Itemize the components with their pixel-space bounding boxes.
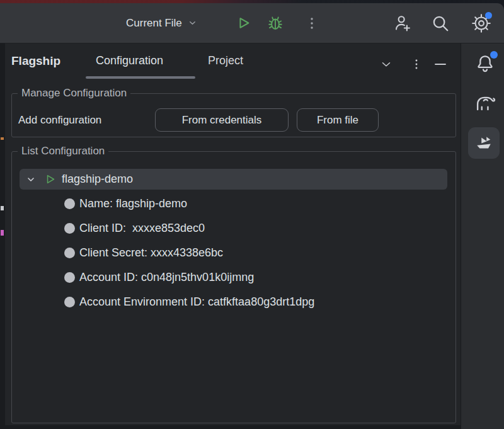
add-configuration-label: Add configuration [18,108,101,132]
settings-update-badge [485,12,492,19]
bullet-icon [64,297,75,307]
expand-chevron-icon[interactable] [26,174,36,185]
active-tab-underline [86,76,195,79]
chevron-down-icon [188,18,197,28]
tab-project[interactable]: Project [208,54,243,67]
editor-sliver-pink-mark [1,230,4,236]
editor-sliver-orange-mark [1,137,4,140]
bullet-icon [64,248,75,258]
tree-leaf-account-environment-id[interactable]: Account Environment ID: catfkftaa80g3drt… [64,290,314,314]
right-tool-stripe [461,43,504,429]
bullet-icon [64,198,75,209]
tree-node-label: flagship-demo [62,173,133,186]
search-icon[interactable] [430,13,450,33]
tab-configuration[interactable]: Configuration [96,54,163,67]
tree-leaf-label: Client ID: xxxxe853dec0 [79,222,205,235]
notification-badge [490,51,498,59]
screen: Current File [0,0,504,429]
debug-icon[interactable] [265,13,285,33]
tree-leaf-label: Account Environment ID: catfkftaa80g3drt… [79,295,314,309]
flagship-tool-window: Flagship Configuration Project Manage Co… [5,43,461,425]
run-icon[interactable] [233,13,253,33]
minimize-icon[interactable] [432,56,449,72]
list-configuration-group: List Configuration flagship-demo Name: f… [11,151,456,423]
bullet-icon [64,272,75,283]
tree-leaf-label: Account ID: c0n48jn5thv01k0ijmng [79,271,254,284]
chevron-down-icon[interactable] [378,56,394,72]
add-user-icon[interactable] [392,13,413,33]
kebab-menu-icon[interactable] [302,13,322,33]
gradle-elephant-icon[interactable] [473,90,497,114]
tree-leaf-name[interactable]: Name: flagship-demo [64,192,187,216]
run-configuration-label: Current File [126,17,182,30]
backdrop-bottom-strip [0,425,461,429]
manage-configuration-group: Manage Configuration Add configuration F… [11,93,456,137]
flagship-ship-icon[interactable] [468,127,500,159]
tree-leaf-account-id[interactable]: Account ID: c0n48jn5thv01k0ijmng [64,265,254,290]
tree-leaf-client-id[interactable]: Client ID: xxxxe853dec0 [64,216,205,241]
bullet-icon [64,223,75,234]
tree-leaf-client-secret[interactable]: Client Secret: xxxx4338e6bc [64,241,223,265]
tree-leaf-label: Client Secret: xxxx4338e6bc [79,246,223,260]
from-credentials-button[interactable]: From credentials [155,108,289,132]
list-configuration-title: List Configuration [18,145,108,157]
manage-configuration-title: Manage Configuration [18,87,130,100]
settings-gear-icon[interactable] [471,13,491,33]
run-config-icon [44,173,56,185]
tool-window-title: Flagship [11,54,60,68]
editor-sliver-white-mark [1,206,4,210]
run-configuration-selector[interactable]: Current File [126,3,197,43]
kebab-menu-icon[interactable] [408,56,425,72]
tree-node-flagship-demo[interactable]: flagship-demo [20,169,447,190]
tree-leaf-label: Name: flagship-demo [79,197,187,210]
main-toolbar: Current File [0,3,504,43]
notifications-bell-icon[interactable] [474,52,496,75]
backdrop-editor-sliver [0,43,5,429]
from-file-button[interactable]: From file [297,108,379,132]
